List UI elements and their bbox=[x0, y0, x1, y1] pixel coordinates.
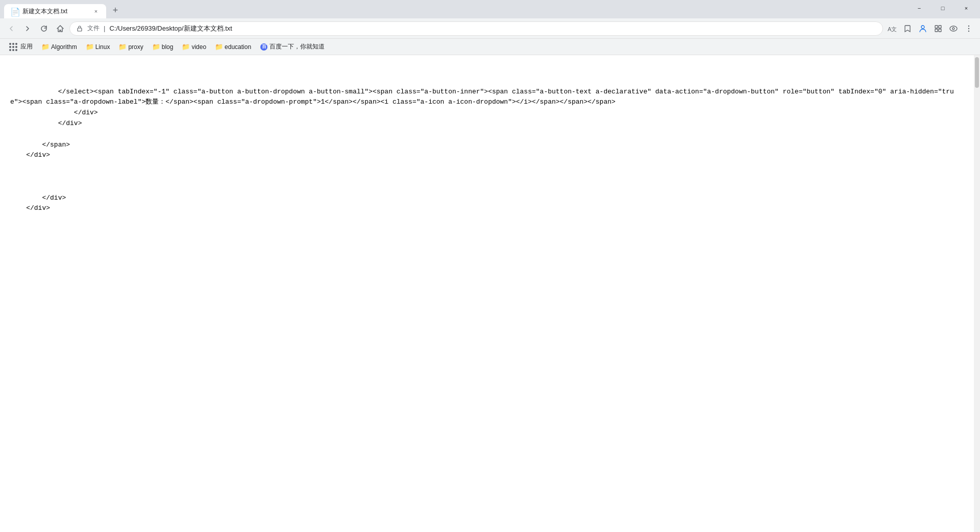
scrollbar-thumb[interactable] bbox=[975, 57, 979, 88]
svg-rect-4 bbox=[939, 26, 941, 28]
content-area: </select><span tabIndex="-1" class="a-bu… bbox=[0, 55, 980, 532]
extensions-button[interactable] bbox=[931, 21, 945, 36]
apps-label: 应用 bbox=[20, 42, 33, 51]
incognito-button[interactable] bbox=[946, 21, 961, 36]
bookmarks-bar: 应用 📁 Algorithm 📁 Linux 📁 proxy 📁 blog 📁 … bbox=[0, 39, 980, 55]
bookmark-button[interactable] bbox=[900, 21, 915, 36]
folder-icon: 📁 bbox=[119, 43, 126, 51]
new-tab-button[interactable]: + bbox=[108, 3, 122, 17]
address-bar[interactable]: 文件 | C:/Users/26939/Desktop/新建文本文档.txt bbox=[69, 21, 883, 36]
toolbar-right-controls: A文 bbox=[885, 21, 976, 36]
svg-point-9 bbox=[968, 25, 969, 26]
active-tab[interactable]: 📄 新建文本文档.txt × bbox=[4, 4, 106, 18]
translate-button[interactable]: A文 bbox=[885, 21, 899, 36]
bookmark-label: Algorithm bbox=[51, 43, 77, 51]
apps-button[interactable]: 应用 bbox=[4, 41, 37, 53]
browser-toolbar: 文件 | C:/Users/26939/Desktop/新建文本文档.txt A… bbox=[0, 18, 980, 39]
file-content[interactable]: </select><span tabIndex="-1" class="a-bu… bbox=[0, 55, 974, 532]
folder-icon: 📁 bbox=[86, 43, 93, 51]
svg-text:A文: A文 bbox=[888, 26, 897, 32]
reload-button[interactable] bbox=[37, 21, 51, 36]
chrome-window: 📄 新建文本文档.txt × + − □ × bbox=[0, 0, 980, 532]
svg-rect-5 bbox=[935, 29, 938, 32]
bookmark-linux[interactable]: 📁 Linux bbox=[82, 42, 114, 52]
folder-icon: 📁 bbox=[42, 43, 49, 51]
bookmark-video[interactable]: 📁 video bbox=[178, 42, 210, 52]
svg-point-8 bbox=[952, 28, 954, 30]
folder-icon: 📁 bbox=[153, 43, 160, 51]
svg-rect-6 bbox=[939, 29, 941, 32]
svg-point-10 bbox=[968, 28, 969, 29]
back-button[interactable] bbox=[4, 21, 18, 36]
bookmark-label: video bbox=[191, 43, 206, 51]
apps-grid-icon bbox=[8, 42, 18, 52]
tab-bar: 📄 新建文本文档.txt × + bbox=[0, 0, 122, 18]
forward-button[interactable] bbox=[20, 21, 35, 36]
bookmark-algorithm[interactable]: 📁 Algorithm bbox=[38, 42, 81, 52]
minimize-button[interactable]: − bbox=[908, 0, 931, 16]
menu-button[interactable] bbox=[962, 21, 976, 36]
baidu-icon: 百 bbox=[260, 43, 267, 51]
maximize-button[interactable]: □ bbox=[931, 0, 954, 16]
svg-point-7 bbox=[950, 26, 957, 31]
title-bar: 📄 新建文本文档.txt × + − □ × bbox=[0, 0, 980, 18]
bookmark-label: proxy bbox=[128, 43, 143, 51]
folder-icon: 📁 bbox=[215, 43, 223, 51]
tab-favicon: 📄 bbox=[10, 7, 18, 15]
scrollbar[interactable] bbox=[974, 55, 980, 532]
address-path: C:/Users/26939/Desktop/新建文本文档.txt bbox=[109, 24, 876, 33]
svg-rect-3 bbox=[935, 26, 938, 28]
bookmark-education[interactable]: 📁 education bbox=[211, 42, 255, 52]
tab-close-button[interactable]: × bbox=[92, 7, 100, 15]
svg-rect-0 bbox=[78, 28, 82, 31]
close-button[interactable]: × bbox=[954, 0, 978, 16]
window-controls: − □ × bbox=[908, 0, 980, 18]
svg-point-11 bbox=[968, 30, 969, 31]
baidu-bookmark[interactable]: 百 百度一下，你就知道 bbox=[256, 41, 329, 52]
folder-icon: 📁 bbox=[182, 43, 189, 51]
bookmark-blog[interactable]: 📁 blog bbox=[149, 42, 178, 52]
bookmark-label: blog bbox=[162, 43, 174, 51]
bookmark-proxy[interactable]: 📁 proxy bbox=[115, 42, 147, 52]
home-button[interactable] bbox=[53, 21, 67, 36]
bookmark-label: Linux bbox=[95, 43, 110, 51]
profile-button[interactable] bbox=[916, 21, 930, 36]
address-lock-icon bbox=[76, 25, 83, 32]
svg-point-2 bbox=[921, 26, 924, 29]
address-protocol: 文件 bbox=[87, 24, 100, 33]
tab-title: 新建文本文档.txt bbox=[22, 7, 88, 16]
bookmark-label: education bbox=[225, 43, 251, 51]
baidu-label: 百度一下，你就知道 bbox=[270, 42, 325, 51]
address-separator: | bbox=[104, 25, 105, 32]
